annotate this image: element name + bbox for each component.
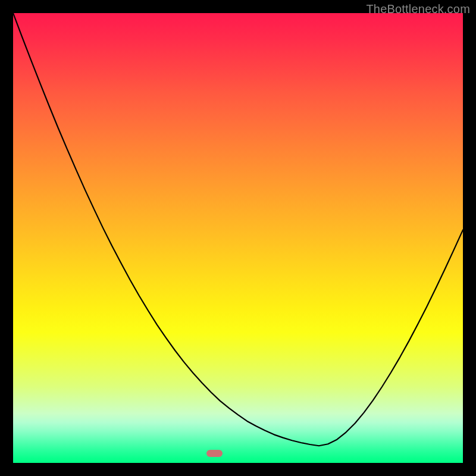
bottleneck-curve xyxy=(13,13,463,446)
chart-frame: TheBottleneck.com xyxy=(0,0,476,476)
optimum-marker xyxy=(206,450,223,457)
curve-svg xyxy=(13,13,463,463)
watermark-text: TheBottleneck.com xyxy=(366,2,470,16)
plot-area xyxy=(13,13,463,463)
